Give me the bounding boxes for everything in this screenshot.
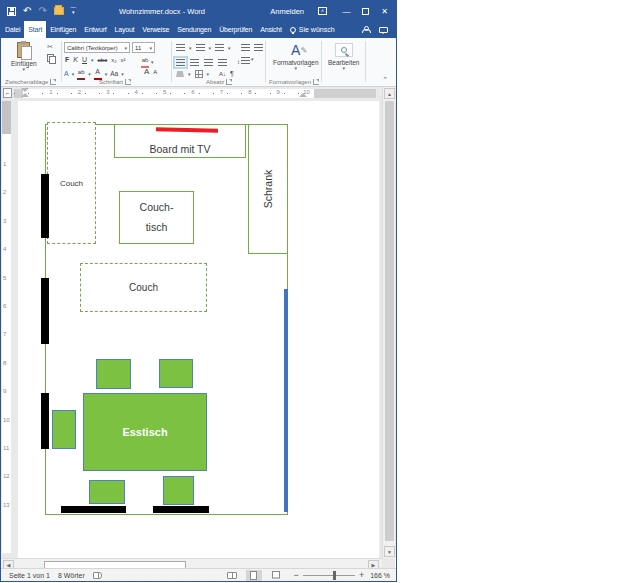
- subscript-button[interactable]: x₂: [111, 55, 116, 65]
- font-size-combo[interactable]: 11 ▾: [132, 42, 155, 53]
- balcony-door-line-shape[interactable]: [284, 289, 288, 512]
- account-person-icon[interactable]: [362, 26, 369, 33]
- sort-button[interactable]: A↓: [219, 69, 226, 79]
- superscript-button[interactable]: x²: [121, 55, 126, 65]
- tab-datei[interactable]: Datei: [1, 21, 24, 38]
- pilcrow-button[interactable]: ¶: [230, 69, 234, 79]
- customize-qat-icon[interactable]: ⎺▾: [71, 8, 76, 14]
- borders-grid-icon[interactable]: [195, 70, 203, 78]
- text-effects-button[interactable]: A: [64, 69, 69, 79]
- line-spacing-button[interactable]: ↕▾: [237, 57, 254, 67]
- bullet-list-icon[interactable]: [176, 44, 185, 51]
- wall-bar-shape[interactable]: [41, 393, 49, 449]
- tab-ueberpruefen[interactable]: Überprüfen: [215, 21, 256, 38]
- close-button[interactable]: ✕: [375, 1, 394, 21]
- strikethrough-button[interactable]: abc: [98, 55, 108, 65]
- tab-verweise[interactable]: Verweise: [138, 21, 173, 38]
- web-layout-button[interactable]: [268, 570, 284, 581]
- maximize-button[interactable]: [356, 1, 375, 21]
- scroll-up-icon[interactable]: ▲: [384, 88, 395, 99]
- decrease-indent-icon[interactable]: [241, 44, 250, 51]
- tab-selector-button[interactable]: ⌐: [3, 88, 12, 98]
- chair-shape[interactable]: [159, 359, 193, 388]
- shrink-font-button[interactable]: A: [153, 67, 157, 77]
- shading-pen-button[interactable]: ab: [77, 67, 85, 80]
- increase-indent-icon[interactable]: [254, 44, 263, 51]
- read-mode-button[interactable]: [224, 570, 240, 581]
- dialog-launcher-icon[interactable]: [125, 79, 131, 85]
- ribbon-display-options-icon[interactable]: ˄: [318, 7, 327, 15]
- save-icon[interactable]: [7, 7, 16, 16]
- chevron-down-icon[interactable]: ▾: [91, 58, 94, 62]
- font-name-combo[interactable]: Calibri (Textkörper) ▾: [64, 42, 130, 53]
- chevron-down-icon[interactable]: ▾: [72, 72, 75, 76]
- tab-einfuegen[interactable]: Einfügen: [46, 21, 80, 38]
- dialog-launcher-icon[interactable]: [226, 79, 232, 85]
- wall-bar-shape[interactable]: [61, 506, 126, 513]
- document-page[interactable]: Board mit TV Schrank Couch Couch-tisch C…: [18, 101, 379, 558]
- undo-icon[interactable]: ↶: [23, 6, 31, 16]
- tab-start[interactable]: Start: [24, 21, 46, 38]
- scroll-down-icon[interactable]: ▼: [384, 546, 395, 557]
- underline-button[interactable]: U: [82, 55, 87, 65]
- paste-button[interactable]: Einfügen ▾: [11, 42, 37, 71]
- print-layout-button[interactable]: [246, 570, 262, 581]
- couch-large-shape[interactable]: Couch: [80, 263, 207, 312]
- styles-button[interactable]: A Formatvorlagen ▾: [273, 43, 319, 70]
- align-center-icon[interactable]: [190, 59, 199, 66]
- dialog-launcher-icon[interactable]: [313, 79, 319, 85]
- tell-me-search[interactable]: Sie wünsch: [286, 21, 339, 38]
- collapse-ribbon-icon[interactable]: ⌃: [382, 76, 388, 84]
- zoom-in-button[interactable]: +: [359, 571, 364, 580]
- grow-font-button[interactable]: A: [144, 67, 149, 77]
- zoom-percentage[interactable]: 166 %: [370, 572, 390, 579]
- wall-bar-shape[interactable]: [41, 278, 49, 344]
- folder-icon[interactable]: [54, 7, 64, 15]
- tab-entwurf[interactable]: Entwurf: [80, 21, 110, 38]
- wardrobe-shape[interactable]: Schrank: [248, 124, 288, 254]
- dialog-launcher-icon[interactable]: [50, 79, 56, 85]
- vertical-scrollbar[interactable]: ▲ ▼: [382, 87, 395, 558]
- vertical-ruler[interactable]: 12345678910111213: [2, 101, 11, 553]
- chevron-down-icon[interactable]: ▾: [88, 72, 91, 76]
- comment-icon[interactable]: [379, 27, 388, 33]
- word-count[interactable]: 8 Wörter: [58, 572, 85, 579]
- right-indent-marker[interactable]: [299, 93, 307, 97]
- chevron-down-icon[interactable]: ▾: [105, 72, 108, 76]
- tab-sendungen[interactable]: Sendungen: [173, 21, 215, 38]
- chair-shape[interactable]: [163, 476, 194, 505]
- chair-shape[interactable]: [52, 410, 76, 449]
- sign-in-button[interactable]: Anmelden: [270, 7, 304, 16]
- wall-bar-shape[interactable]: [153, 506, 209, 513]
- italic-button[interactable]: K: [73, 55, 78, 65]
- change-case-button[interactable]: Aa: [110, 69, 118, 79]
- align-left-icon[interactable]: [176, 59, 185, 66]
- numbered-list-icon[interactable]: [196, 44, 205, 51]
- zoom-slider-thumb[interactable]: [333, 571, 336, 580]
- cut-button[interactable]: ✂: [47, 43, 53, 51]
- coffee-table-shape[interactable]: Couch-tisch: [119, 191, 194, 244]
- zoom-slider[interactable]: [303, 575, 355, 576]
- hanging-indent-marker[interactable]: [21, 93, 29, 97]
- first-line-indent-marker[interactable]: [21, 88, 29, 92]
- proofing-icon[interactable]: [93, 572, 102, 579]
- minimize-button[interactable]: —: [337, 1, 356, 21]
- chair-shape[interactable]: [96, 359, 131, 389]
- shading-bucket-icon[interactable]: [176, 71, 184, 77]
- chevron-down-icon[interactable]: ▾: [121, 72, 124, 76]
- page-indicator[interactable]: Seite 1 von 1: [9, 572, 50, 579]
- editing-button[interactable]: Bearbeiten ▾: [328, 43, 359, 70]
- tab-layout[interactable]: Layout: [111, 21, 139, 38]
- chair-shape[interactable]: [89, 480, 125, 504]
- redo-icon[interactable]: ↷: [38, 6, 46, 16]
- bold-button[interactable]: F: [65, 55, 69, 65]
- vertical-scrollbar-thumb[interactable]: [385, 101, 394, 541]
- zoom-out-button[interactable]: −: [294, 571, 299, 580]
- couch-small-shape[interactable]: Couch: [47, 122, 96, 244]
- justify-icon[interactable]: [218, 59, 227, 66]
- tab-ansicht[interactable]: Ansicht: [256, 21, 286, 38]
- dining-table-shape[interactable]: Esstisch: [83, 393, 207, 471]
- wall-bar-shape[interactable]: [41, 174, 49, 238]
- multilevel-list-icon[interactable]: [215, 44, 224, 51]
- align-right-icon[interactable]: [204, 59, 213, 66]
